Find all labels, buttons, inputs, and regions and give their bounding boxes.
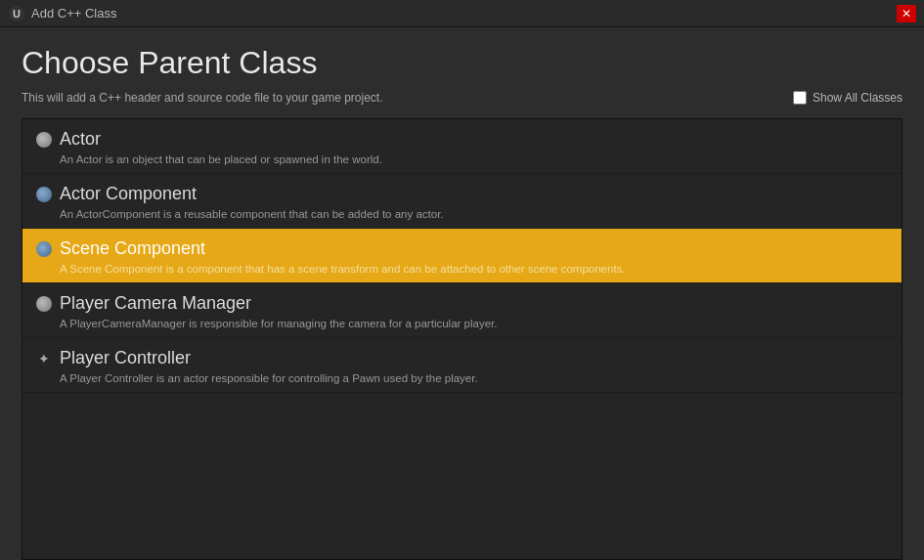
class-name-label: Player Camera Manager xyxy=(60,293,251,314)
class-name-row: Actor Component xyxy=(36,184,888,204)
show-all-classes-input[interactable] xyxy=(793,91,807,105)
class-item-player-controller[interactable]: ✦ Player Controller A Player Controller … xyxy=(22,338,902,393)
class-description: An Actor is an object that can be placed… xyxy=(36,153,888,165)
class-item-scene-component[interactable]: Scene Component A Scene Component is a c… xyxy=(22,229,902,283)
class-name-label: Actor xyxy=(60,129,101,150)
title-bar-left: U Add C++ Class xyxy=(8,5,116,22)
class-list-container: Actor An Actor is an object that can be … xyxy=(22,118,902,560)
class-item-actor-component[interactable]: Actor Component An ActorComponent is a r… xyxy=(22,174,902,229)
title-bar-title: Add C++ Class xyxy=(31,6,116,21)
page-title: Choose Parent Class xyxy=(22,45,902,81)
class-item-actor[interactable]: Actor An Actor is an object that can be … xyxy=(22,119,902,174)
close-button[interactable]: ✕ xyxy=(897,5,916,22)
title-bar: U Add C++ Class ✕ xyxy=(0,0,924,27)
player-camera-icon xyxy=(36,296,52,312)
actor-component-icon xyxy=(36,187,52,202)
class-description: A PlayerCameraManager is responsible for… xyxy=(36,318,888,329)
class-list: Actor An Actor is an object that can be … xyxy=(22,119,902,559)
class-name-row: Player Camera Manager xyxy=(36,293,888,314)
svg-text:U: U xyxy=(13,8,21,20)
dialog-body: Choose Parent Class This will add a C++ … xyxy=(0,27,924,560)
class-name-label: Actor Component xyxy=(60,184,197,204)
scene-component-icon xyxy=(36,241,52,257)
subtitle-text: This will add a C++ header and source co… xyxy=(22,91,383,105)
show-all-classes-checkbox[interactable]: Show All Classes xyxy=(793,91,902,105)
class-name-label: Scene Component xyxy=(60,238,205,259)
show-all-classes-label: Show All Classes xyxy=(813,91,902,105)
class-description: A Player Controller is an actor responsi… xyxy=(36,372,888,384)
class-name-row: Actor xyxy=(36,129,888,150)
class-item-player-camera-manager[interactable]: Player Camera Manager A PlayerCameraMana… xyxy=(22,283,902,338)
class-name-row: ✦ Player Controller xyxy=(36,348,888,368)
app-logo-icon: U xyxy=(8,5,25,22)
class-name-row: Scene Component xyxy=(36,238,888,259)
player-controller-icon: ✦ xyxy=(36,351,52,366)
class-description: An ActorComponent is a reusable componen… xyxy=(36,208,888,220)
class-name-label: Player Controller xyxy=(60,348,191,368)
actor-icon xyxy=(36,132,52,148)
class-description: A Scene Component is a component that ha… xyxy=(36,263,888,275)
subtitle-row: This will add a C++ header and source co… xyxy=(22,91,902,105)
